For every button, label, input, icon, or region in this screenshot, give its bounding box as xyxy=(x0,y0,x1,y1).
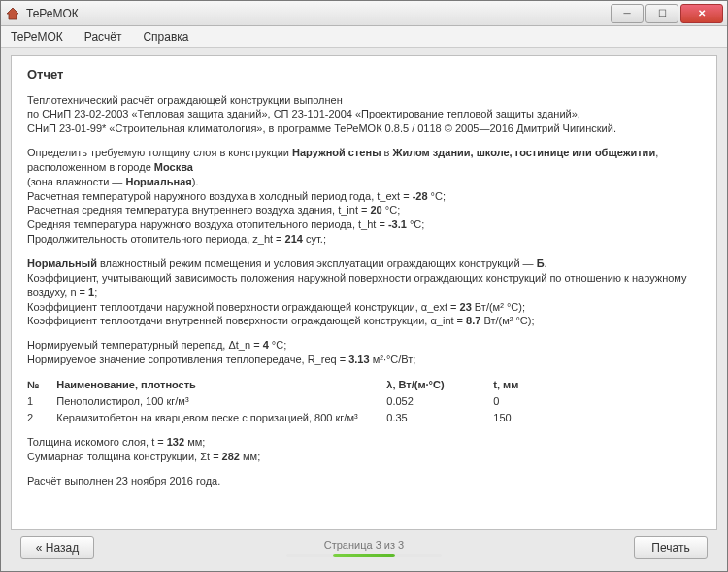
t: Нормируемое значение сопротивления тепло… xyxy=(27,353,348,365)
t: сут.; xyxy=(303,233,326,245)
t: Расчетная температурой наружного воздуха… xyxy=(27,190,413,202)
table-row: 2 Керамзитобетон на кварцевом песке с по… xyxy=(27,410,551,426)
t: Расчетная средняя температура внутреннег… xyxy=(27,204,370,216)
progress-fill xyxy=(333,554,395,557)
cell-t: 0 xyxy=(493,393,551,410)
cell-lambda: 0.052 xyxy=(386,393,493,410)
t: в xyxy=(381,147,393,158)
table-row: 1 Пенополистирол, 100 кг/м³ 0.052 0 xyxy=(27,393,551,410)
report-panel: Отчет Теплотехнический расчёт ограждающе… xyxy=(11,55,717,530)
th-lambda: λ, Вт/(м·°С) xyxy=(386,377,493,393)
app-window: ТеРеМОК ─ ☐ ✕ ТеРеМОК Расчёт Справка Отч… xyxy=(0,0,728,572)
t: °С; xyxy=(382,204,400,216)
t: Средняя температура наружного воздуха от… xyxy=(27,219,388,230)
r-req: 3.13 xyxy=(348,353,369,365)
back-button[interactable]: « Назад xyxy=(20,536,94,559)
cell-num: 1 xyxy=(27,393,56,410)
layer-thickness: 132 xyxy=(167,436,184,448)
t: мм; xyxy=(184,436,205,448)
t: Продолжительность отопительного периода,… xyxy=(27,233,285,245)
t-ht: -3.1 xyxy=(388,219,407,230)
humidity-zone: Нормальная xyxy=(125,176,191,187)
t-int: 20 xyxy=(370,204,381,216)
maximize-button[interactable]: ☐ xyxy=(645,4,678,23)
print-button[interactable]: Печать xyxy=(634,536,708,559)
svg-marker-0 xyxy=(7,8,18,19)
t: Определить требуемую толщину слоя в конс… xyxy=(27,147,292,158)
conditions: Б xyxy=(537,257,545,269)
th-number: № xyxy=(27,377,56,393)
z-ht: 214 xyxy=(285,233,303,245)
minimize-button[interactable]: ─ xyxy=(611,4,644,23)
t: . xyxy=(545,257,547,269)
t: ; xyxy=(94,286,97,298)
t: Толщина искомого слоя, t = xyxy=(27,436,167,448)
progress-bar xyxy=(286,554,442,557)
total-thickness: 282 xyxy=(222,451,240,462)
t: (зона влажности — xyxy=(27,176,125,187)
menu-calc[interactable]: Расчёт xyxy=(84,30,122,44)
t: °С; xyxy=(407,219,424,230)
content-area: Отчет Теплотехнический расчёт ограждающе… xyxy=(1,48,727,571)
t: °С; xyxy=(269,339,286,351)
titlebar: ТеРеМОК ─ ☐ ✕ xyxy=(1,1,727,26)
intro-paragraph: Теплотехнический расчёт ограждающей конс… xyxy=(27,93,701,137)
cell-num: 2 xyxy=(27,410,56,426)
alpha-int: 8.7 xyxy=(466,315,480,326)
t: ). xyxy=(192,176,199,187)
t: Коэффициент, учитывающий зависимость пол… xyxy=(27,272,687,298)
footer-bar: « Назад Страница 3 из 3 Печать xyxy=(11,530,717,565)
construction-type: Наружной стены xyxy=(292,147,381,158)
norm-paragraph: Нормируемый температурный перепад, Δt_n … xyxy=(27,338,701,367)
cell-t: 150 xyxy=(493,410,551,426)
result-paragraph: Толщина искомого слоя, t = 132 мм; Сумма… xyxy=(27,435,701,464)
close-icon: ✕ xyxy=(698,8,706,18)
t: Вт/(м² °С); xyxy=(480,315,534,326)
layers-table: № Наименование, плотность λ, Вт/(м·°С) t… xyxy=(27,377,551,426)
page-label: Страница 3 из 3 xyxy=(324,539,404,551)
app-title: ТеРеМОК xyxy=(26,7,611,20)
th-thickness: t, мм xyxy=(493,377,551,393)
t: мм; xyxy=(240,451,260,462)
window-controls: ─ ☐ ✕ xyxy=(611,4,723,23)
date-paragraph: Расчёт выполнен 23 ноября 2016 года. xyxy=(27,474,701,488)
app-icon xyxy=(5,6,20,21)
t-ext: -28 xyxy=(413,190,428,202)
t: м²·°С/Вт; xyxy=(370,353,416,365)
menu-teremok[interactable]: ТеРеМОК xyxy=(11,30,63,44)
humidity-regime: Нормальный xyxy=(27,257,97,269)
table-header-row: № Наименование, плотность λ, Вт/(м·°С) t… xyxy=(27,377,551,393)
t: Нормируемый температурный перепад, Δt_n … xyxy=(27,339,263,351)
t: Суммарная толщина конструкции, Σt = xyxy=(27,451,222,462)
cell-name: Керамзитобетон на кварцевом песке с пори… xyxy=(56,410,386,426)
menubar: ТеРеМОК Расчёт Справка xyxy=(1,26,727,48)
alpha-ext: 23 xyxy=(460,301,472,313)
th-name: Наименование, плотность xyxy=(56,377,386,393)
page-status: Страница 3 из 3 xyxy=(286,539,442,557)
building-type: Жилом здании, школе, гостинице или общеж… xyxy=(393,147,656,158)
maximize-icon: ☐ xyxy=(658,8,667,18)
cell-lambda: 0.35 xyxy=(386,410,493,426)
minimize-icon: ─ xyxy=(623,8,630,18)
cell-name: Пенополистирол, 100 кг/м³ xyxy=(56,393,386,410)
city: Москва xyxy=(154,161,193,173)
menu-help[interactable]: Справка xyxy=(143,30,188,44)
t: Коэффициент теплоотдачи наружной поверхн… xyxy=(27,301,460,313)
close-button[interactable]: ✕ xyxy=(680,4,723,23)
t: Вт/(м² °С); xyxy=(472,301,525,313)
t: влажностный режим помещения и условия эк… xyxy=(97,257,537,269)
task-paragraph: Определить требуемую толщину слоя в конс… xyxy=(27,146,701,247)
intro-text: Теплотехнический расчёт ограждающей конс… xyxy=(27,94,616,135)
coeff-paragraph: Нормальный влажностный режим помещения и… xyxy=(27,256,701,328)
t: Коэффициент теплоотдачи внутренней повер… xyxy=(27,315,466,326)
report-heading: Отчет xyxy=(27,66,701,84)
t: °С; xyxy=(428,190,446,202)
